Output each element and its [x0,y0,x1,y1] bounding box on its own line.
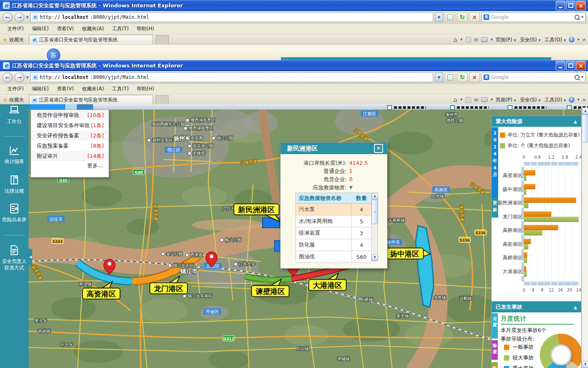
sidebar-item-3[interactable]: 法律法规 [0,174,29,194]
print-dropdown-icon[interactable]: ▼ [490,98,492,101]
expander-arrow-icon[interactable]: ▼ [349,184,387,192]
popup-close-button[interactable]: × [374,144,383,153]
bar-count[interactable] [524,203,528,208]
search-icon[interactable] [575,15,579,20]
checkbox-icon[interactable] [387,105,392,110]
collapse-arrow-icon[interactable]: ▲ [574,305,577,310]
checkbox-icon[interactable] [508,105,512,110]
command-dropdown-icon[interactable]: ▼ [564,99,566,102]
menu-item[interactable]: 危货作业申报审批[10条] [31,110,109,120]
menubar-item[interactable]: 收藏夹(A) [78,85,108,92]
search-dropdown-icon[interactable]: ▼ [581,16,584,19]
back-button[interactable]: ← [2,12,13,22]
table-row[interactable]: 水/泡沫两用炮5 [296,215,371,227]
history-dropdown-icon[interactable]: ▼ [26,76,29,79]
menubar-item[interactable]: 编辑(E) [28,25,53,32]
minimize-button[interactable] [556,61,565,70]
restore-button[interactable] [566,61,575,70]
url-field[interactable]: e http://localhost:8080/yjpt/Main.html [30,72,433,82]
home-button[interactable]: ⌂ [454,36,458,43]
menubar-item[interactable]: 工具(T) [108,85,133,92]
command-dropdown-icon[interactable]: ▼ [514,39,516,42]
bar-count[interactable] [524,258,527,263]
refresh-button[interactable]: ↻ [457,72,468,82]
scroll-up-icon[interactable]: ▲ [582,108,588,114]
print-dropdown-icon[interactable]: ▼ [490,38,492,41]
checkbox-icon[interactable] [450,105,455,110]
command-button[interactable]: 工具(O) ▼ [545,36,566,43]
overflow-chevron[interactable]: » [582,97,586,103]
sidebar-item-4[interactable]: 危险品名录 [0,202,29,223]
port-callout[interactable]: 扬中港区 [386,248,430,259]
table-row[interactable]: 防化服4 [296,239,371,251]
bar-count[interactable] [524,175,526,181]
bar-count[interactable] [524,272,527,277]
url-field[interactable]: e http://localhost:8080/yjpt/Main.html [30,12,433,22]
rss-feed-icon[interactable] [466,37,471,43]
period-tab-2[interactable]: 季度 [492,340,498,360]
collapse-arrow-icon[interactable]: ▲ [574,119,577,124]
home-button[interactable]: ⌂ [454,96,458,103]
compatibility-view-button[interactable] [445,12,455,22]
command-dropdown-icon[interactable]: ▼ [538,99,540,102]
hazard-panel-header[interactable]: 重大危险源 ▲ [492,116,581,127]
table-row[interactable]: 喷淋装置3 [296,227,371,239]
bar-volume[interactable] [524,197,576,203]
print-button[interactable] [481,97,488,102]
bar-count[interactable] [524,244,528,249]
menu-item[interactable]: 应急预案备案[8条] [31,141,109,151]
menu-item[interactable]: 安全评价报告备案[2条] [31,130,109,141]
stop-button[interactable]: × [469,72,480,82]
bar-volume[interactable] [524,170,535,175]
menubar-item[interactable]: 查看(V) [53,85,78,92]
compatibility-view-button[interactable] [445,72,455,82]
help-button[interactable]: ? [569,97,575,103]
menubar-item[interactable]: 文件(F) [3,25,28,32]
scroll-down-icon[interactable]: ▼ [372,254,378,261]
table-scrollbar[interactable]: ▲ = ▼ [371,193,377,261]
favorites-button[interactable]: 收藏夹 [9,96,24,103]
bar-volume[interactable] [524,184,535,189]
history-dropdown-icon[interactable]: ▼ [26,16,29,19]
checkbox-icon[interactable] [567,105,572,110]
table-row[interactable]: 污水泵4 [296,204,371,215]
help-dropdown-icon[interactable]: ▼ [577,38,579,41]
layer-checkbox-clipped[interactable] [450,105,489,110]
bar-volume[interactable] [524,239,531,244]
window-titlebar[interactable]: e 江苏省港口安全监管与应急管理系统 - Windows Internet Ex… [0,60,588,71]
restore-button[interactable] [566,1,575,10]
bar-count[interactable] [524,217,579,222]
bar-count[interactable] [524,230,542,236]
refresh-button[interactable]: ↻ [457,12,468,22]
back-button[interactable]: ← [2,72,13,83]
bar-count[interactable] [524,189,526,195]
help-dropdown-icon[interactable]: ▼ [577,98,579,101]
new-tab-stub[interactable] [156,35,169,44]
url-dropdown-icon[interactable]: ▼ [435,12,443,22]
scrollbar-thumb[interactable]: = [372,200,378,224]
menubar-item[interactable]: 帮助(H) [133,85,158,92]
bar-volume[interactable] [524,211,551,217]
close-button[interactable]: × [576,1,586,10]
scroll-down-icon[interactable]: ▼ [582,361,588,368]
rss-feed-icon[interactable] [466,97,471,103]
layer-checkbox-clipped[interactable] [508,105,546,110]
search-dropdown-icon[interactable]: ▼ [581,76,584,79]
forward-button[interactable]: → [14,72,24,83]
command-dropdown-icon[interactable]: ▼ [514,99,516,102]
command-button[interactable]: 页面(P) ▼ [496,36,516,43]
layer-checkbox-clipped[interactable] [387,105,426,110]
read-mail-icon[interactable]: ✉ [474,37,479,43]
command-dropdown-icon[interactable]: ▼ [564,39,566,42]
region-small-rect[interactable] [274,240,280,251]
browser-tab[interactable]: e 江苏省港口安全监管与应急管理系统 [29,35,153,45]
menu-item[interactable]: 附证审片[14条] [31,151,109,161]
menubar-item[interactable]: 查看(V) [53,25,78,32]
page-scrollbar[interactable]: ▲ ▼ [581,108,588,368]
menubar-item[interactable]: 收藏夹(A) [78,25,108,32]
scroll-up-icon[interactable]: ▲ [372,193,378,200]
overflow-chevron[interactable]: » [582,37,586,43]
search-input[interactable]: 8 Google ▼ [481,72,586,82]
stop-button[interactable]: × [469,12,480,22]
browser-tab[interactable]: e 江苏省港口安全监管与应急管理系统 [29,95,153,105]
